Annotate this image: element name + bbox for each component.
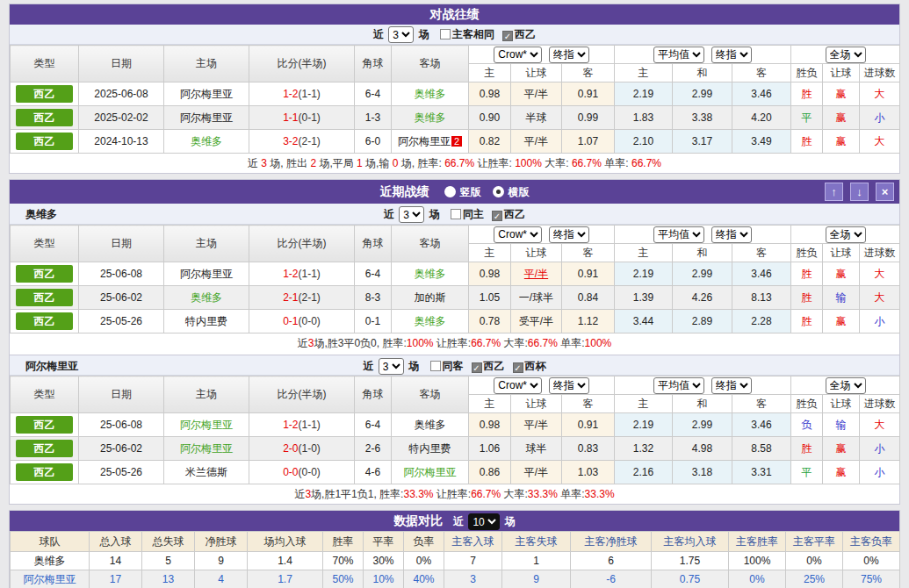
summary-text: 让胜率: [474, 157, 515, 169]
result: 胜 [791, 437, 823, 461]
avg-odds-select[interactable]: 平均值 [653, 377, 704, 394]
team-link[interactable]: 阿尔梅里亚 [180, 442, 233, 455]
fulltime-group-header: 全场 [791, 226, 900, 244]
move-down-button[interactable]: ↓ [850, 183, 869, 201]
checkbox-checked[interactable]: ✓ [502, 31, 513, 41]
odds-source-select[interactable]: Crow* [494, 47, 542, 63]
team-link[interactable]: 奥维多 [415, 268, 446, 280]
league-badge[interactable]: 西乙 [16, 289, 73, 306]
cell: 1.39 [615, 286, 673, 310]
team-link[interactable]: 阿尔梅里亚 [180, 88, 233, 100]
group-header-row: 类型 日期 主场 比分(半场) 角球 客场 Crow* 终指 平均值 终指 [11, 46, 900, 64]
cell: 2.10 [615, 130, 673, 154]
team-link[interactable]: 阿尔梅里亚 [404, 466, 457, 478]
team-link[interactable]: 阿尔梅里亚 [398, 135, 451, 147]
avg-odds-select[interactable]: 平均值 [653, 226, 704, 243]
fulltime-score: 3-2 [283, 135, 298, 147]
stat-cell: 14 [90, 552, 142, 570]
odds-source-select[interactable]: Crow* [494, 226, 542, 243]
column-header: 日期 [79, 226, 164, 262]
column-header: 主 [615, 244, 673, 262]
radio-selected[interactable] [493, 186, 504, 197]
league-badge[interactable]: 西乙 [16, 416, 73, 434]
team-link[interactable]: 特内里费 [185, 315, 227, 327]
summary-text: 1 [357, 157, 363, 169]
column-header: 胜负 [791, 64, 823, 82]
final-odds-select[interactable]: 终指 [711, 377, 752, 394]
final-odds-select[interactable]: 终指 [549, 226, 589, 243]
team-link[interactable]: 米兰德斯 [185, 466, 227, 478]
checkbox-unchecked[interactable] [451, 209, 461, 219]
cell: 25-05-26 [79, 461, 164, 484]
team-link[interactable]: 奥维多 [191, 135, 222, 147]
team-link[interactable]: 奥维多 [415, 111, 446, 124]
full-match-select[interactable]: 全场 [826, 377, 866, 394]
column-header: 角球 [355, 376, 392, 413]
result: 输 [823, 413, 860, 437]
avg-odds-select[interactable]: 平均值 [653, 47, 704, 63]
score-cell: 1-1(0-1) [249, 106, 355, 130]
league-badge[interactable]: 西乙 [16, 463, 73, 481]
team-label-row: 近 3 场 同客✓西乙✓西杯 阿尔梅里亚 [10, 355, 899, 376]
halftime-score: (0-1) [299, 111, 321, 124]
final-odds-select[interactable]: 终指 [711, 226, 752, 243]
final-odds-select[interactable]: 终指 [549, 47, 589, 63]
games-count-select[interactable]: 3 [379, 358, 404, 375]
team-link[interactable]: 阿尔梅里亚 [180, 419, 233, 431]
fulltime-score: 1-1 [283, 111, 298, 124]
cell: 2.99 [673, 413, 732, 437]
team-link[interactable]: 奥维多 [415, 88, 446, 100]
match-row: 西乙25-06-02阿尔梅里亚2-0(1-0)2-6特内里费1.06球半0.83… [11, 437, 900, 461]
column-header: 日期 [79, 46, 164, 82]
result: 胜 [791, 130, 823, 154]
summary-text: 33.3% [528, 488, 558, 500]
checkbox-unchecked[interactable] [430, 361, 441, 371]
team-link[interactable]: 阿尔梅里亚 [24, 573, 76, 585]
checkbox-checked[interactable]: ✓ [492, 211, 502, 221]
team-link[interactable]: 加的斯 [415, 291, 446, 304]
games-count-select[interactable]: 3 [388, 26, 414, 43]
team-link[interactable]: 奥维多 [415, 419, 446, 431]
column-header: 总入球 [90, 532, 142, 552]
cell: 2024-10-13 [79, 130, 164, 154]
full-match-select[interactable]: 全场 [826, 226, 866, 243]
league-badge[interactable]: 西乙 [16, 133, 73, 150]
team-link[interactable]: 奥维多 [415, 315, 446, 327]
handicap-link[interactable]: 平/半 [524, 268, 548, 280]
summary-text: 33.3% [403, 488, 433, 500]
checkbox-unchecked[interactable] [440, 29, 451, 39]
column-header: 客场 [392, 226, 469, 262]
close-button[interactable]: × [876, 183, 894, 201]
league-badge[interactable]: 西乙 [16, 85, 73, 103]
cell: 25-06-08 [79, 413, 164, 437]
league-badge[interactable]: 西乙 [16, 440, 73, 457]
odds-source-select[interactable]: Crow* [494, 377, 542, 394]
team-link[interactable]: 奥维多 [191, 291, 222, 304]
league-badge[interactable]: 西乙 [16, 312, 73, 330]
cell: 25-05-26 [79, 310, 164, 333]
team-cell: 奥维多 [392, 82, 469, 106]
column-header: 主场 [164, 376, 249, 413]
final-odds-select[interactable]: 终指 [549, 377, 589, 394]
team-link[interactable]: 特内里费 [409, 442, 451, 455]
radio-unselected[interactable] [444, 186, 456, 197]
move-up-button[interactable]: ↑ [825, 183, 843, 201]
games-count-select[interactable]: 10 [468, 513, 500, 530]
cell: 3.46 [732, 413, 791, 437]
team-cell: 奥维多 [392, 262, 469, 286]
fulltime-score: 2-0 [283, 442, 298, 455]
league-badge[interactable]: 西乙 [16, 265, 73, 283]
checkbox-checked[interactable]: ✓ [472, 362, 482, 373]
stat-cell: 40% [404, 570, 444, 588]
cell: 2.16 [615, 461, 673, 484]
league-badge[interactable]: 西乙 [16, 109, 73, 126]
team-link[interactable]: 奥维多 [34, 555, 66, 567]
checkbox-checked[interactable]: ✓ [513, 362, 523, 373]
final-odds-select[interactable]: 终指 [711, 47, 752, 63]
games-count-select[interactable]: 3 [399, 206, 424, 223]
column-header: 平率 [364, 532, 404, 552]
team-link[interactable]: 阿尔梅里亚 [180, 268, 233, 280]
full-match-select[interactable]: 全场 [826, 47, 866, 63]
team-link[interactable]: 阿尔梅里亚 [180, 111, 233, 124]
halftime-score: (0-0) [299, 466, 321, 478]
